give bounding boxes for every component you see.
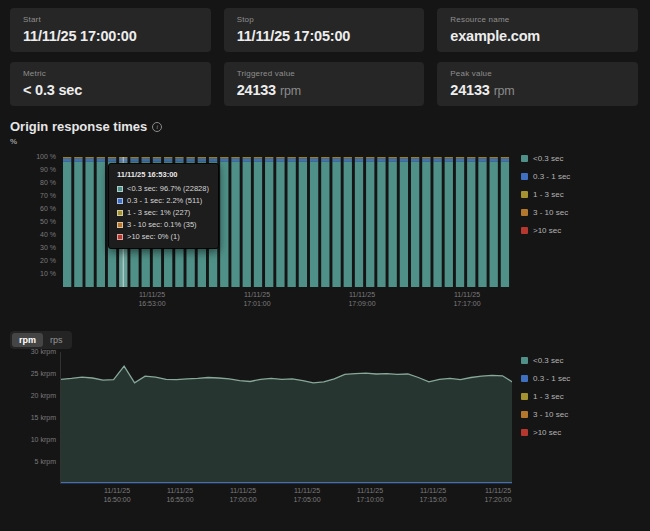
tooltip-text: 1 - 3 sec: 1% (227) <box>127 208 190 217</box>
card-value: < 0.3 sec <box>23 82 198 98</box>
x-tick-label: 11/11/2517:10:00 <box>356 486 383 504</box>
peak-value: 24133 <box>450 82 489 98</box>
legend-swatch <box>521 155 528 162</box>
request-rate-area-chart[interactable]: 30 krpm25 krpm20 krpm15 krpm10 krpm5 krp… <box>0 345 520 525</box>
resource-name-value: example.com <box>450 28 540 44</box>
y-tick-label: 20 krpm <box>0 392 56 399</box>
y-tick-label: 60 % <box>0 205 56 212</box>
legend-swatch <box>521 173 528 180</box>
y-tick-label: 90 % <box>0 166 56 173</box>
x-tick-label: 11/11/2517:00:00 <box>229 486 256 504</box>
x-tick-label: 11/11/2517:09:00 <box>348 290 375 308</box>
card-label: Peak value <box>450 69 625 78</box>
legend-item[interactable]: 0.3 - 1 sec <box>521 167 646 185</box>
triggered-value: 24133 <box>237 82 276 98</box>
legend-item[interactable]: >10 sec <box>521 221 646 239</box>
card-label: Triggered value <box>237 69 412 78</box>
legend-label: 0.3 - 1 sec <box>533 374 570 383</box>
tooltip-row: 3 - 10 sec: 0.1% (35) <box>117 220 209 229</box>
x-tick-label: 11/11/2516:55:00 <box>166 486 193 504</box>
card-metric: Metric < 0.3 sec <box>10 62 211 106</box>
legend-swatch <box>521 227 528 234</box>
y-tick-label: 40 % <box>0 231 56 238</box>
y-tick-label: 70 % <box>0 192 56 199</box>
tooltip-swatch <box>117 234 123 240</box>
legend-item[interactable]: <0.3 sec <box>521 149 646 167</box>
area-plot[interactable] <box>60 352 512 484</box>
summary-cards: Start 11/11/25 17:00:00 Stop 11/11/25 17… <box>10 8 638 106</box>
y-tick-label: 80 % <box>0 179 56 186</box>
legend-item[interactable]: 1 - 3 sec <box>521 387 646 405</box>
section-title: Origin response times <box>10 119 147 134</box>
triggered-value-unit: rpm <box>280 84 301 98</box>
info-icon[interactable]: i <box>152 122 162 132</box>
y-tick-label: 10 % <box>0 270 56 277</box>
legend-item[interactable]: 1 - 3 sec <box>521 185 646 203</box>
y-tick-label: 50 % <box>0 218 56 225</box>
legend-item[interactable]: <0.3 sec <box>521 351 646 369</box>
legend-label: <0.3 sec <box>533 154 563 163</box>
x-tick-label: 11/11/2517:15:00 <box>419 486 446 504</box>
tooltip-timestamp: 11/11/25 16:53:00 <box>117 170 209 179</box>
tooltip-text: 3 - 10 sec: 0.1% (35) <box>127 220 197 229</box>
card-label: Resource name <box>450 15 625 24</box>
card-start: Start 11/11/25 17:00:00 <box>10 8 211 52</box>
legend-item[interactable]: 3 - 10 sec <box>521 405 646 423</box>
y-tick-label: 100 % <box>0 153 56 160</box>
tooltip-row: >10 sec: 0% (1) <box>117 232 209 241</box>
card-label: Stop <box>237 15 412 24</box>
y-tick-label: 20 % <box>0 257 56 264</box>
stop-value: 11/11/25 17:05:00 <box>237 28 351 44</box>
y-axis-unit-label: % <box>10 137 17 146</box>
card-value: 11/11/25 17:00:00 <box>23 28 198 44</box>
card-resource-name: Resource name example.com <box>437 8 638 52</box>
legend-top: <0.3 sec0.3 - 1 sec1 - 3 sec3 - 10 sec>1… <box>521 149 646 239</box>
x-tick-label: 11/11/2517:05:00 <box>293 486 320 504</box>
legend-label: 1 - 3 sec <box>533 392 564 401</box>
tooltip-text: <0.3 sec: 96.7% (22828) <box>127 184 209 193</box>
card-value: example.com <box>450 28 625 44</box>
y-tick-label: 15 krpm <box>0 414 56 421</box>
legend-bottom: <0.3 sec0.3 - 1 sec1 - 3 sec3 - 10 sec>1… <box>521 351 646 441</box>
x-tick-label: 11/11/2517:01:00 <box>243 290 270 308</box>
y-tick-label: 30 % <box>0 244 56 251</box>
card-triggered-value: Triggered value 24133rpm <box>224 62 425 106</box>
card-value: 24133rpm <box>237 82 412 98</box>
legend-swatch <box>521 357 528 364</box>
legend-swatch <box>521 191 528 198</box>
tooltip-swatch <box>117 222 123 228</box>
tooltip-row: 1 - 3 sec: 1% (227) <box>117 208 209 217</box>
card-label: Start <box>23 15 198 24</box>
start-value: 11/11/25 17:00:00 <box>23 28 137 44</box>
legend-swatch <box>521 375 528 382</box>
legend-label: 3 - 10 sec <box>533 208 568 217</box>
card-value: 11/11/25 17:05:00 <box>237 28 412 44</box>
metric-value: < 0.3 sec <box>23 82 82 98</box>
legend-label: 0.3 - 1 sec <box>533 172 570 181</box>
legend-swatch <box>521 209 528 216</box>
x-tick-label: 11/11/2516:50:00 <box>103 486 130 504</box>
tooltip-text: >10 sec: 0% (1) <box>127 232 180 241</box>
tooltip-row: 0.3 - 1 sec: 2.2% (511) <box>117 196 209 205</box>
legend-label: <0.3 sec <box>533 356 563 365</box>
legend-item[interactable]: 3 - 10 sec <box>521 203 646 221</box>
tooltip-rows: <0.3 sec: 96.7% (22828)0.3 - 1 sec: 2.2%… <box>117 184 209 241</box>
tooltip-text: 0.3 - 1 sec: 2.2% (511) <box>127 196 202 205</box>
x-tick-label: 11/11/2517:20:00 <box>484 486 511 504</box>
legend-swatch <box>521 393 528 400</box>
y-tick-label: 30 krpm <box>0 348 56 355</box>
legend-swatch <box>521 411 528 418</box>
y-tick-label: 5 krpm <box>0 458 56 465</box>
response-times-bar-chart[interactable]: 100 %90 %80 %70 %60 %50 %40 %30 %20 %10 … <box>0 150 520 315</box>
legend-swatch <box>521 429 528 436</box>
tooltip-swatch <box>117 198 123 204</box>
legend-item[interactable]: 0.3 - 1 sec <box>521 369 646 387</box>
tooltip-swatch <box>117 186 123 192</box>
legend-item[interactable]: >10 sec <box>521 423 646 441</box>
y-tick-label: 10 krpm <box>0 436 56 443</box>
card-peak-value: Peak value 24133rpm <box>437 62 638 106</box>
legend-label: >10 sec <box>533 428 561 437</box>
x-tick-label: 11/11/2516:53:00 <box>138 290 165 308</box>
monitoring-dashboard: Start 11/11/25 17:00:00 Stop 11/11/25 17… <box>0 0 650 531</box>
legend-label: >10 sec <box>533 226 561 235</box>
